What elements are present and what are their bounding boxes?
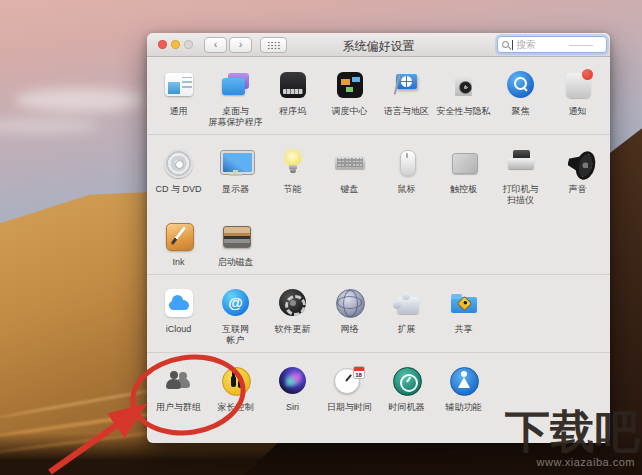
pref-item-desktop-screensaver[interactable]: 桌面与屏幕保护程序 — [207, 67, 264, 128]
pref-item-mouse[interactable]: 鼠标 — [378, 145, 435, 206]
text-caret — [512, 40, 513, 50]
pref-item-siri[interactable]: Siri — [264, 363, 321, 413]
prefs-row: 通用桌面与屏幕保护程序程序坞调度中心语言与地区安全性与隐私聚焦通知 — [147, 59, 610, 132]
parental-controls-icon — [218, 363, 254, 399]
users-groups-icon — [161, 363, 197, 399]
mouse-icon — [389, 145, 425, 181]
prefs-row: CD 与 DVD显示器节能键盘鼠标触控板打印机与扫描仪声音 — [147, 137, 610, 210]
cloud — [0, 118, 100, 134]
pref-item-label: 触控板 — [450, 184, 477, 195]
displays-icon — [218, 145, 254, 181]
ink-icon — [161, 218, 197, 254]
date-time-icon: 18 — [332, 363, 368, 399]
dock-icon — [275, 67, 311, 103]
pref-item-label: 安全性与隐私 — [437, 106, 491, 117]
pref-item-extensions[interactable]: 扩展 — [378, 285, 435, 346]
pref-item-label: 语言与地区 — [384, 106, 429, 117]
pref-item-trackpad[interactable]: 触控板 — [435, 145, 492, 206]
pref-item-software-update[interactable]: 软件更新 — [264, 285, 321, 346]
pref-item-label: 调度中心 — [332, 106, 368, 117]
pref-item-mission-control[interactable]: 调度中心 — [321, 67, 378, 128]
accessibility-icon — [446, 363, 482, 399]
spotlight-icon — [503, 67, 539, 103]
pref-item-energy-saver[interactable]: 节能 — [264, 145, 321, 206]
pref-item-label: Ink — [172, 257, 184, 268]
pref-item-label: 打印机与扫描仪 — [503, 184, 539, 206]
pref-item-sound[interactable]: 声音 — [549, 145, 606, 206]
prefs-row: iCloud互联网帐户软件更新网络扩展共享 — [147, 277, 610, 350]
pref-item-language-region[interactable]: 语言与地区 — [378, 67, 435, 128]
pref-item-label: CD 与 DVD — [155, 184, 201, 195]
pref-item-spotlight[interactable]: 聚焦 — [492, 67, 549, 128]
pref-item-label: 共享 — [455, 324, 473, 335]
watermark-url: www.xiazaiba.com — [537, 456, 635, 468]
row-divider — [147, 352, 610, 353]
siri-icon — [275, 363, 311, 399]
mission-control-icon — [332, 67, 368, 103]
pref-item-parental-controls[interactable]: 家长控制 — [207, 363, 264, 413]
pref-item-label: 通知 — [569, 106, 587, 117]
search-field[interactable] — [497, 36, 607, 53]
internet-accounts-icon — [218, 285, 254, 321]
pref-item-label: 启动磁盘 — [218, 257, 254, 268]
icloud-icon — [161, 285, 197, 321]
pref-item-icloud[interactable]: iCloud — [150, 285, 207, 346]
energy-saver-icon — [275, 145, 311, 181]
startup-disk-icon — [218, 218, 254, 254]
pref-item-internet-accounts[interactable]: 互联网帐户 — [207, 285, 264, 346]
search-field-artifact — [569, 45, 593, 46]
pref-item-cd-dvd[interactable]: CD 与 DVD — [150, 145, 207, 206]
pref-item-users-groups[interactable]: 用户与群组 — [150, 363, 207, 413]
pref-item-label: 程序坞 — [279, 106, 306, 117]
pref-item-security-privacy[interactable]: 安全性与隐私 — [435, 67, 492, 128]
pref-item-label: 鼠标 — [398, 184, 416, 195]
pref-item-notifications[interactable]: 通知 — [549, 67, 606, 128]
pref-item-network[interactable]: 网络 — [321, 285, 378, 346]
pref-item-label: 日期与时间 — [327, 402, 372, 413]
sharing-icon — [446, 285, 482, 321]
row-divider — [147, 134, 610, 135]
keyboard-icon — [332, 145, 368, 181]
pref-item-label: iCloud — [166, 324, 192, 335]
pref-item-ink[interactable]: Ink — [150, 218, 207, 268]
prefs-row: Ink启动磁盘 — [147, 210, 610, 272]
pref-item-displays[interactable]: 显示器 — [207, 145, 264, 206]
pref-item-sharing[interactable]: 共享 — [435, 285, 492, 346]
general-icon — [161, 67, 197, 103]
language-region-icon — [389, 67, 425, 103]
pref-item-label: 扩展 — [398, 324, 416, 335]
pref-item-label: 用户与群组 — [156, 402, 201, 413]
software-update-icon — [275, 285, 311, 321]
pref-item-label: 键盘 — [341, 184, 359, 195]
pref-item-startup-disk[interactable]: 启动磁盘 — [207, 218, 264, 268]
pref-item-time-machine[interactable]: 时间机器 — [378, 363, 435, 413]
pref-item-label: 辅助功能 — [446, 402, 482, 413]
pref-item-label: 声音 — [569, 184, 587, 195]
pref-item-label: 节能 — [284, 184, 302, 195]
pref-item-date-time[interactable]: 18日期与时间 — [321, 363, 378, 413]
printers-scanners-icon — [503, 145, 539, 181]
pref-item-general[interactable]: 通用 — [150, 67, 207, 128]
pref-item-label: 时间机器 — [389, 402, 425, 413]
pref-item-keyboard[interactable]: 键盘 — [321, 145, 378, 206]
pref-item-label: 显示器 — [222, 184, 249, 195]
cloud — [15, 88, 145, 112]
pref-item-printers-scanners[interactable]: 打印机与扫描仪 — [492, 145, 549, 206]
pref-item-label: 桌面与屏幕保护程序 — [209, 106, 263, 128]
watermark-logo: 下载吧 — [505, 409, 640, 454]
pref-item-label: 聚焦 — [512, 106, 530, 117]
time-machine-icon — [389, 363, 425, 399]
titlebar: ‹ › 系统偏好设置 — [147, 33, 610, 57]
pref-item-dock[interactable]: 程序坞 — [264, 67, 321, 128]
pref-item-label: 软件更新 — [275, 324, 311, 335]
search-icon — [502, 41, 509, 48]
pref-item-label: 互联网帐户 — [222, 324, 249, 346]
pref-item-label: 通用 — [170, 106, 188, 117]
preferences-grid: 通用桌面与屏幕保护程序程序坞调度中心语言与地区安全性与隐私聚焦通知CD 与 DV… — [147, 57, 610, 417]
notifications-icon — [560, 67, 596, 103]
pref-item-label: 网络 — [341, 324, 359, 335]
sound-icon — [560, 145, 596, 181]
pref-item-label: 家长控制 — [218, 402, 254, 413]
pref-item-accessibility[interactable]: 辅助功能 — [435, 363, 492, 413]
security-privacy-icon — [446, 67, 482, 103]
